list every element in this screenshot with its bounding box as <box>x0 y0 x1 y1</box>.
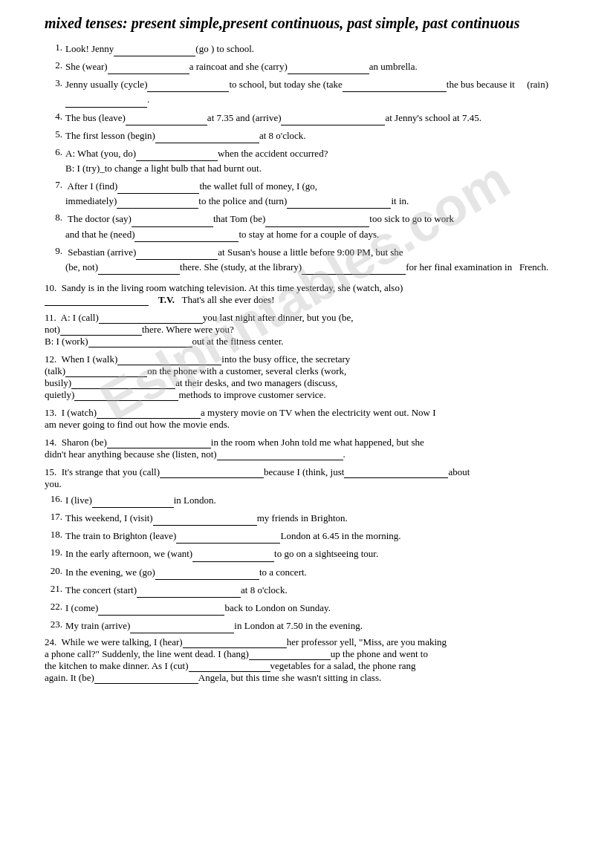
numbered-item-19: 19. In the early afternoon, we (want)to … <box>45 546 588 561</box>
numbered-item-12: 12. When I (walk)into the busy office, t… <box>45 353 588 401</box>
numbered-item-11: 11. A: I (call)you last night after dinn… <box>45 312 588 347</box>
numbered-item-17: 17. This weekend, I (visit)my friends in… <box>45 511 588 526</box>
numbered-item-16: 16. I (live)in London. <box>45 493 588 508</box>
numbered-item-21: 21. The concert (start)at 8 o'clock. <box>45 583 588 598</box>
numbered-item-24: 24. While we were talking, I (hear)her p… <box>45 636 588 684</box>
numbered-item-14: 14. Sharon (be)in the room when John tol… <box>45 437 588 460</box>
numbered-item-20: 20. In the evening, we (go)to a concert. <box>45 565 588 580</box>
numbered-item-22: 22. I (come)back to London on Sunday. <box>45 601 588 616</box>
numbered-item: 6. A: What (you, do)when the accident oc… <box>45 146 588 176</box>
numbered-item: 4. The bus (leave)at 7.35 and (arrive)at… <box>45 111 588 125</box>
numbered-item: 5. The first lesson (begin)at 8 o'clock. <box>45 128 588 143</box>
numbered-item-18: 18. The train to Brighton (leave)London … <box>45 529 588 544</box>
numbered-item-15: 15. It's strange that you (call)because … <box>45 466 588 490</box>
page-title: mixed tenses: present simple,present con… <box>45 13 588 33</box>
numbered-item: 1. Look! Jenny(go ) to school. <box>45 42 588 56</box>
numbered-item-23: 23. My train (arrive)in London at 7.50 i… <box>45 619 588 633</box>
numbered-item: 7. After I (find)the wallet full of mone… <box>45 179 588 209</box>
numbered-item-10: 10. Sandy is in the living room watching… <box>45 282 588 306</box>
numbered-item-13: 13. I (watch)a mystery movie on TV when … <box>45 407 588 431</box>
numbered-item: 2. She (wear)a raincoat and she (carry)a… <box>45 59 588 74</box>
numbered-item: 3. Jenny usually (cycle)to school, but t… <box>45 77 588 107</box>
numbered-item: 9. Sebastian (arrive)at Susan's house a … <box>45 245 588 275</box>
numbered-item: 8. The doctor (say)that Tom (be)too sick… <box>45 212 588 241</box>
